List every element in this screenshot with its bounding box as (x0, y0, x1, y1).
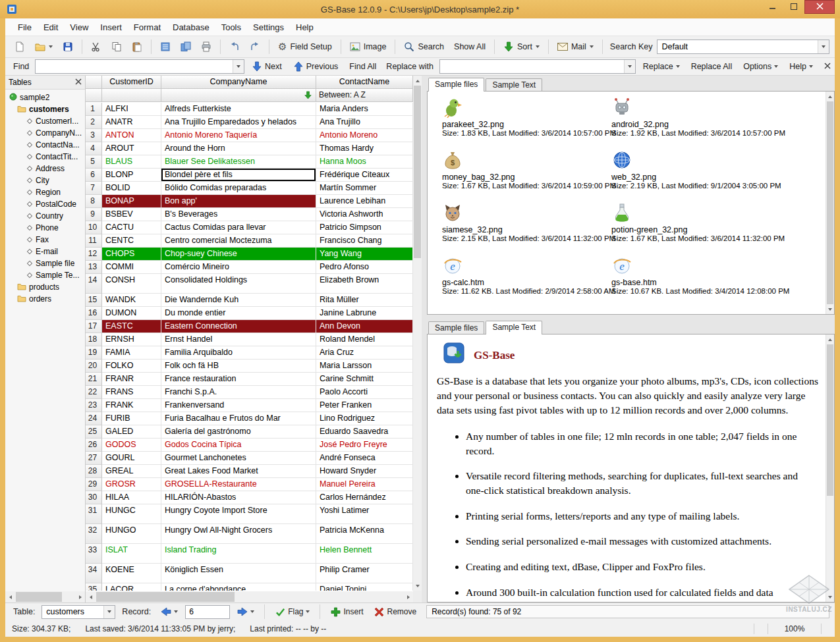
menu-item-edit[interactable]: Edit (38, 20, 64, 35)
filter-contactname[interactable]: Between: A Z (316, 89, 413, 102)
scroll-right-button[interactable] (75, 591, 85, 602)
menu-item-file[interactable]: File (12, 20, 38, 35)
row-number[interactable]: 24 (86, 412, 102, 425)
tree-field[interactable]: CompanyN... (5, 127, 85, 139)
cell-companyname[interactable]: La corne d'abondance (161, 583, 316, 591)
cell-companyname[interactable]: Folk och fä HB (161, 360, 316, 373)
open-button[interactable] (31, 38, 57, 55)
row-number[interactable]: 7 (86, 182, 102, 195)
table-row[interactable]: 27GOURLGourmet LanchonetesAndré Fonseca (86, 452, 413, 465)
tab-sample-files[interactable]: Sample files (428, 321, 484, 334)
find-next-button[interactable]: Next (248, 59, 286, 74)
tab-sample-text[interactable]: Sample Text (486, 78, 542, 91)
menu-item-view[interactable]: View (64, 20, 94, 35)
cell-companyname[interactable]: Great Lakes Food Market (161, 465, 316, 478)
previous-record-button[interactable] (157, 604, 181, 620)
filter-customerid[interactable] (102, 89, 161, 102)
table-row[interactable]: 13COMMIComércio MineiroPedro Afonso (86, 261, 413, 274)
cell-companyname[interactable]: Furia Bacalhau e Frutos do Mar (161, 412, 316, 425)
row-number[interactable]: 29 (86, 478, 102, 491)
table-row[interactable]: 9BSBEVB's BeveragesVictoria Ashworth (86, 208, 413, 221)
table-row[interactable]: 24FURIBFuria Bacalhau e Frutos do MarLin… (86, 412, 413, 425)
table-row[interactable]: 18ERNSHErnst HandelRoland Mendel (86, 333, 413, 346)
tree-field[interactable]: City (5, 174, 85, 186)
cell-customerid[interactable]: BONAP (102, 195, 161, 208)
table-row[interactable]: 8BONAPBon app'Laurence Lebihan (86, 195, 413, 208)
tab-sample-text[interactable]: Sample Text (486, 321, 542, 334)
tree-table-orders[interactable]: orders (5, 293, 85, 305)
table-row[interactable]: 1ALFKIAlfreds FutterkisteMaria Anders (86, 103, 413, 116)
replace-combo[interactable] (439, 59, 636, 74)
row-number[interactable]: 15 (86, 294, 102, 307)
table-row[interactable]: 6BLONPBlondel père et filsFrédérique Cit… (86, 169, 413, 182)
find-combo[interactable] (35, 59, 244, 74)
cell-customerid[interactable]: COMMI (102, 261, 161, 274)
cell-companyname[interactable]: Gourmet Lanchonetes (161, 452, 316, 465)
print-button[interactable] (197, 38, 215, 55)
cell-companyname[interactable]: Familia Arquibaldo (161, 346, 316, 360)
row-number[interactable]: 32 (86, 524, 102, 544)
menu-item-tools[interactable]: Tools (215, 20, 247, 35)
scroll-track[interactable] (96, 591, 403, 602)
table-row[interactable]: 7BOLIDBólido Comidas preparadasMartín So… (86, 182, 413, 195)
scroll-track[interactable] (15, 591, 75, 602)
table-row[interactable]: 35LACORLa corne d'abondanceDaniel Tonini (86, 583, 413, 591)
insert-record-button[interactable]: Insert (327, 604, 366, 620)
field-setup-button[interactable]: ⚙Field Setup (274, 38, 336, 55)
mail-button[interactable]: Mail (553, 38, 598, 55)
text-vscrollbar[interactable] (826, 334, 834, 602)
table-row[interactable]: 34KOENEKöniglich EssenPhilip Cramer (86, 564, 413, 583)
cell-contactname[interactable]: Aria Cruz (316, 346, 413, 360)
cell-companyname[interactable]: Du monde entier (161, 307, 316, 320)
row-number[interactable]: 19 (86, 346, 102, 360)
row-number[interactable]: 12 (86, 248, 102, 261)
cell-companyname[interactable]: Godos Cocina Típica (161, 439, 316, 452)
cell-companyname[interactable]: Cactus Comidas para llevar (161, 221, 316, 234)
remove-record-button[interactable]: Remove (371, 604, 420, 620)
row-number[interactable]: 26 (86, 439, 102, 452)
export-button[interactable] (246, 38, 264, 55)
search-key-dropdown[interactable] (818, 40, 829, 53)
row-number[interactable]: 3 (86, 129, 102, 142)
cell-customerid[interactable]: FRANS (102, 386, 161, 399)
scroll-track[interactable] (413, 86, 422, 581)
table-row[interactable]: 30HILAAHILARIÓN-AbastosCarlos Hernández (86, 491, 413, 504)
cell-companyname[interactable]: Chop-suey Chinese (161, 248, 316, 261)
paste-button[interactable] (128, 38, 146, 55)
import-button[interactable] (225, 38, 244, 55)
row-number[interactable]: 1 (86, 103, 102, 116)
menu-item-database[interactable]: Database (167, 20, 215, 35)
table-row[interactable]: 33ISLATIsland TradingHelen Bennett (86, 544, 413, 564)
cell-companyname[interactable]: Hungry Owl All-Night Grocers (161, 524, 316, 544)
cell-customerid[interactable]: HILAA (102, 491, 161, 504)
menu-item-format[interactable]: Format (128, 20, 167, 35)
cell-contactname[interactable]: Yang Wang (316, 248, 413, 261)
cell-customerid[interactable]: ISLAT (102, 544, 161, 564)
cell-customerid[interactable]: HUNGO (102, 524, 161, 544)
close-button[interactable] (804, 0, 835, 14)
row-number[interactable]: 14 (86, 274, 102, 294)
table-row[interactable]: 3ANTONAntonio Moreno TaqueríaAntonio Mor… (86, 129, 413, 142)
table-row[interactable]: 21FRANRFrance restaurationCarine Schmitt (86, 373, 413, 386)
cell-companyname[interactable]: B's Beverages (161, 208, 316, 221)
cell-companyname[interactable]: Frankenversand (161, 399, 316, 412)
cell-companyname[interactable]: Bon app' (161, 195, 316, 208)
cell-customerid[interactable]: CONSH (102, 274, 161, 294)
cell-customerid[interactable]: HUNGC (102, 504, 161, 524)
table-combo[interactable]: customers (42, 605, 115, 619)
row-number[interactable]: 31 (86, 504, 102, 524)
cell-contactname[interactable]: Francisco Chang (316, 234, 413, 248)
cell-companyname[interactable]: Centro comercial Moctezuma (161, 234, 316, 248)
tree-field[interactable]: Address (5, 163, 85, 174)
table-row[interactable]: 16DUMONDu monde entierJanine Labrune (86, 307, 413, 320)
cell-contactname[interactable]: Howard Snyder (316, 465, 413, 478)
file-entry[interactable]: android_32.pngSize: 1.92 KB, Last Modifi… (611, 97, 824, 149)
search-button[interactable]: Search (400, 38, 448, 55)
row-number[interactable]: 23 (86, 399, 102, 412)
minimize-button[interactable] (762, 0, 783, 14)
cell-companyname[interactable]: Ernst Handel (161, 333, 316, 346)
filter-companyname[interactable] (161, 89, 316, 102)
cell-companyname[interactable]: Hungry Coyote Import Store (161, 504, 316, 524)
row-number[interactable]: 33 (86, 544, 102, 564)
cell-customerid[interactable]: KOENE (102, 564, 161, 583)
